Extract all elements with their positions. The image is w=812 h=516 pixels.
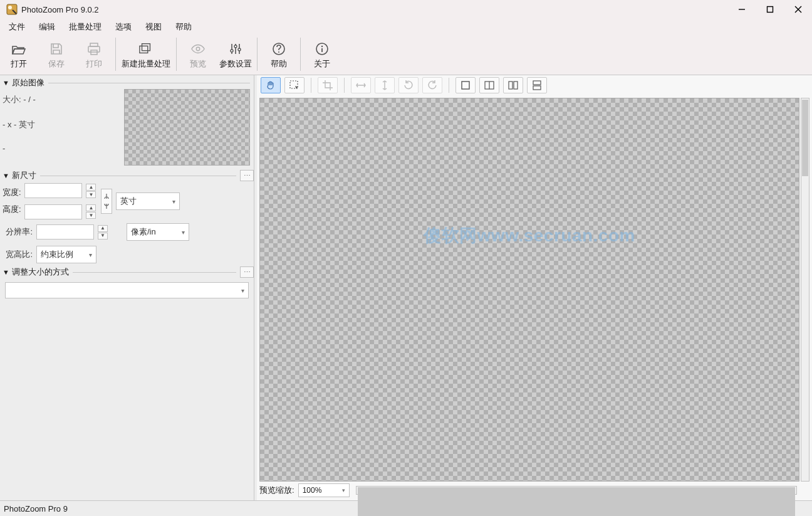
toolbar-help[interactable]: 帮助	[260, 34, 298, 75]
menu-file[interactable]: 文件	[3, 19, 31, 35]
horizontal-scrollbar[interactable]	[356, 486, 797, 495]
chevron-down-icon: ▾	[172, 198, 175, 205]
resolution-unit-select[interactable]: 像素/in▾	[127, 223, 189, 241]
disclosure-triangle-icon: ▼	[3, 172, 9, 179]
toolbar-about-label: 关于	[314, 58, 330, 70]
section-newsize-title: 新尺寸	[12, 170, 36, 181]
tool-flip-horizontal[interactable]	[351, 77, 371, 93]
folder-open-icon	[11, 42, 26, 56]
svg-point-11	[196, 47, 200, 51]
aspect-select-value: 约束比例	[41, 249, 73, 260]
sliders-icon	[228, 42, 243, 56]
menu-view[interactable]: 视图	[139, 19, 168, 35]
maximize-button[interactable]	[756, 0, 784, 19]
resolution-input[interactable]	[36, 224, 94, 240]
tool-select-area[interactable]	[284, 77, 304, 93]
toolbar-sep	[115, 38, 116, 71]
eye-icon	[190, 42, 206, 56]
toolbar-save[interactable]: 保存	[38, 34, 75, 75]
unit-select[interactable]: 英寸▾	[116, 192, 180, 210]
original-thumbnail	[124, 89, 250, 166]
scrollbar-thumb[interactable]	[802, 100, 808, 176]
view-split-center[interactable]	[479, 77, 499, 93]
help-icon	[271, 42, 286, 56]
menu-options[interactable]: 选项	[109, 19, 138, 35]
batch-icon	[138, 42, 154, 56]
height-spin-down[interactable]: ▼	[86, 212, 96, 219]
resize-method-select[interactable]: ▾	[5, 282, 249, 298]
svg-rect-27	[509, 82, 513, 89]
svg-rect-30	[533, 86, 541, 90]
original-dimensions: - x - 英寸	[3, 118, 120, 132]
menu-batch[interactable]: 批量处理	[63, 19, 108, 35]
section-original-header[interactable]: ▼ 原始图像	[0, 76, 254, 89]
height-input[interactable]	[24, 204, 82, 219]
vertical-scrollbar[interactable]	[801, 98, 809, 482]
toolbar-params[interactable]: 参数设置	[217, 34, 254, 75]
tool-crop[interactable]	[318, 77, 338, 93]
toolbar-about[interactable]: 关于	[303, 34, 341, 75]
menu-help[interactable]: 帮助	[169, 19, 198, 35]
toolbar-sep	[257, 38, 258, 71]
disclosure-triangle-icon: ▼	[3, 268, 9, 276]
svg-point-1	[8, 6, 12, 9]
watermark-text: 傻软网www.secruan.com	[424, 224, 635, 248]
width-input[interactable]	[24, 183, 82, 198]
main-toolbar: 打开 保存 打印 新建批量处理 预览 参数设置 帮助 关于	[0, 34, 812, 75]
print-icon	[86, 42, 102, 56]
toolbar-save-label: 保存	[48, 58, 65, 70]
svg-point-21	[321, 45, 323, 46]
chevron-down-icon: ▾	[342, 487, 345, 493]
canvas-toolbar	[257, 75, 812, 95]
tool-rotate-right[interactable]	[422, 77, 442, 93]
save-icon	[49, 42, 64, 56]
preview-panel: 傻软网www.secruan.com 预览缩放: 100%▾	[257, 75, 812, 500]
close-button[interactable]	[784, 0, 812, 19]
view-single[interactable]	[455, 77, 476, 93]
toolbar-open[interactable]: 打开	[0, 34, 38, 75]
tool-flip-vertical[interactable]	[375, 77, 395, 93]
tool-rotate-left[interactable]	[398, 77, 419, 93]
toolbar-preview[interactable]: 预览	[179, 34, 217, 75]
view-stacked[interactable]	[527, 77, 547, 93]
toolbar-params-label: 参数设置	[219, 58, 252, 70]
zoom-select[interactable]: 100%▾	[298, 483, 350, 497]
unit-select-value: 英寸	[120, 196, 137, 207]
aspect-label: 宽高比:	[3, 249, 33, 260]
svg-point-17	[238, 48, 241, 51]
resolution-unit-value: 像素/in	[131, 226, 156, 238]
svg-rect-10	[142, 43, 150, 50]
scrollbar-thumb[interactable]	[358, 487, 795, 516]
svg-point-19	[278, 51, 279, 53]
view-side-by-side[interactable]	[503, 77, 523, 93]
toolbar-print-label: 打印	[86, 58, 102, 70]
section-resize-method-header[interactable]: ▼ 调整大小的方式 ⋯	[0, 266, 254, 278]
toolbar-new-batch[interactable]: 新建批量处理	[118, 34, 174, 75]
menu-bar: 文件 编辑 批量处理 选项 视图 帮助	[0, 19, 812, 34]
preview-canvas[interactable]: 傻软网www.secruan.com	[259, 98, 799, 482]
left-panel: ▼ 原始图像 大小: - / - - x - 英寸 - ▼ 新尺寸 ⋯ 宽度: …	[0, 75, 254, 500]
toolbar-sep	[176, 38, 177, 71]
section-newsize-header[interactable]: ▼ 新尺寸 ⋯	[0, 169, 254, 182]
height-spin-up[interactable]: ▲	[86, 204, 96, 211]
svg-point-16	[234, 45, 237, 48]
resize-method-menu-button[interactable]: ⋯	[240, 266, 254, 278]
resolution-spin-down[interactable]: ▼	[98, 233, 108, 240]
toolbar-print[interactable]: 打印	[75, 34, 113, 75]
original-size-label: 大小: - / -	[3, 93, 120, 107]
section-resize-method-title: 调整大小的方式	[12, 266, 69, 278]
zoom-value: 100%	[303, 486, 322, 495]
tool-pan[interactable]	[261, 77, 281, 93]
height-label: 高度:	[3, 204, 21, 215]
svg-rect-28	[514, 82, 518, 89]
minimize-button[interactable]	[727, 0, 756, 19]
width-spin-up[interactable]: ▲	[86, 184, 96, 191]
resolution-spin-up[interactable]: ▲	[98, 225, 108, 232]
menu-edit[interactable]: 编辑	[33, 19, 61, 35]
newsize-menu-button[interactable]: ⋯	[240, 170, 254, 181]
toolbar-help-label: 帮助	[271, 58, 287, 70]
aspect-select[interactable]: 约束比例▾	[36, 246, 96, 263]
link-aspect-button[interactable]	[101, 189, 112, 214]
svg-point-15	[231, 50, 233, 52]
width-spin-down[interactable]: ▼	[86, 191, 96, 198]
